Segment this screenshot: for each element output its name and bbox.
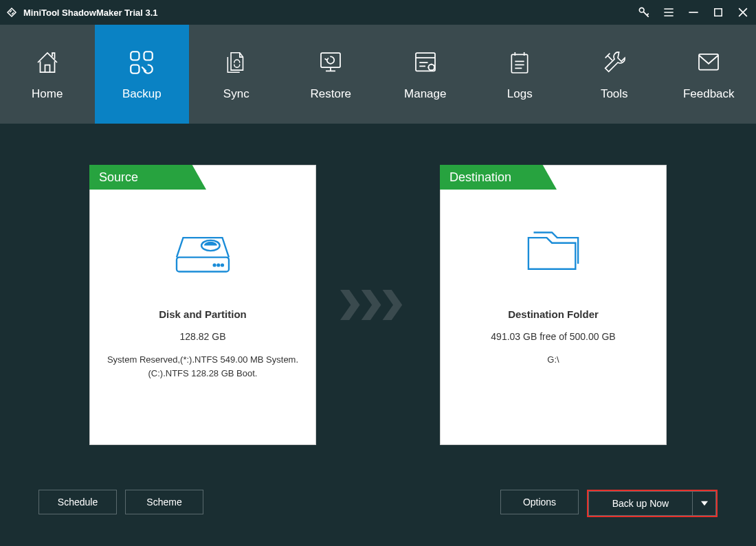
backup-button-group: Back up Now	[587, 490, 718, 517]
sync-icon	[221, 47, 252, 78]
source-title: Disk and Partition	[159, 308, 247, 320]
destination-size: 491.03 GB free of 500.00 GB	[491, 331, 615, 342]
nav-manage[interactable]: Manage	[378, 25, 473, 124]
nav-home[interactable]: Home	[0, 25, 95, 124]
nav-tools[interactable]: Tools	[567, 25, 662, 124]
source-detail: System Reserved,(*:).NTFS 549.00 MB Syst…	[90, 353, 315, 380]
logs-icon	[504, 47, 535, 78]
nav-restore[interactable]: Restore	[284, 25, 379, 124]
backup-icon	[126, 47, 157, 78]
destination-title: Destination Folder	[508, 308, 599, 320]
destination-tab-label: Destination	[440, 165, 557, 190]
nav-sync[interactable]: Sync	[189, 25, 284, 124]
app-title: MiniTool ShadowMaker Trial 3.1	[23, 8, 158, 18]
nav-label: Tools	[601, 87, 628, 101]
nav-label: Restore	[310, 87, 351, 101]
nav-label: Logs	[507, 87, 533, 101]
source-size: 128.82 GB	[180, 331, 226, 342]
svg-point-14	[221, 264, 223, 266]
tools-icon	[599, 47, 630, 78]
svg-rect-5	[321, 53, 340, 67]
app-logo-icon	[5, 6, 18, 19]
arrow-icon	[340, 290, 416, 320]
svg-rect-8	[512, 54, 528, 73]
close-icon[interactable]	[735, 5, 751, 20]
key-icon[interactable]	[636, 5, 652, 20]
destination-detail: G:\	[539, 353, 567, 367]
manage-icon	[410, 47, 441, 78]
source-card[interactable]: Source Disk and Partition 128.82 GB Syst…	[89, 165, 316, 445]
backup-now-button[interactable]: Back up Now	[588, 491, 693, 516]
svg-rect-1	[715, 9, 722, 16]
nav-label: Sync	[223, 87, 249, 101]
nav-label: Backup	[122, 87, 162, 101]
menu-icon[interactable]	[661, 5, 676, 20]
content-area: Source Disk and Partition 128.82 GB Syst…	[0, 124, 756, 466]
footer-bar: Schedule Scheme Options Back up Now	[0, 490, 756, 517]
svg-rect-2	[131, 52, 140, 60]
svg-rect-3	[144, 52, 153, 60]
nav-label: Manage	[404, 87, 446, 101]
destination-card[interactable]: Destination Destination Folder 491.03 GB…	[440, 165, 667, 445]
options-button[interactable]: Options	[500, 490, 579, 514]
svg-rect-9	[699, 54, 718, 70]
minimize-icon[interactable]	[686, 5, 701, 20]
titlebar: MiniTool ShadowMaker Trial 3.1	[0, 0, 756, 25]
nav-label: Home	[32, 87, 63, 101]
nav-backup[interactable]: Backup	[95, 25, 190, 124]
feedback-icon	[693, 47, 724, 78]
nav-logs[interactable]: Logs	[473, 25, 568, 124]
source-tab-label: Source	[89, 165, 206, 190]
scheme-button[interactable]: Scheme	[125, 490, 203, 514]
navbar: Home Backup Sync Restore Manage Logs T	[0, 25, 756, 124]
svg-rect-4	[131, 65, 140, 73]
restore-icon	[315, 47, 346, 78]
nav-label: Feedback	[683, 87, 735, 101]
svg-point-0	[639, 8, 644, 12]
disk-icon	[170, 226, 236, 281]
home-icon	[32, 47, 63, 78]
svg-point-13	[217, 264, 219, 266]
maximize-icon[interactable]	[711, 5, 726, 20]
backup-dropdown-button[interactable]	[693, 491, 716, 516]
nav-feedback[interactable]: Feedback	[662, 25, 757, 124]
svg-point-12	[214, 264, 216, 266]
schedule-button[interactable]: Schedule	[38, 490, 117, 514]
folder-icon	[520, 226, 586, 281]
